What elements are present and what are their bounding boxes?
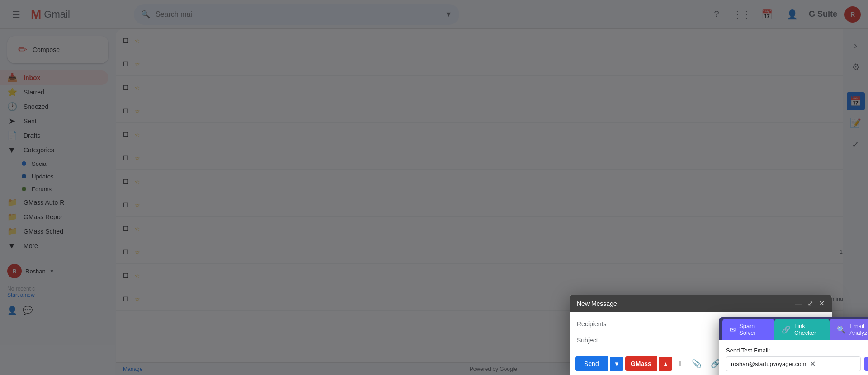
test-email-clear-icon[interactable]: ✕ [810, 360, 816, 368]
test-email-input-wrap[interactable]: roshan@startupvoyager.com ✕ [726, 356, 861, 371]
subject-label: Subject [577, 337, 604, 344]
tab-link-checker[interactable]: 🔗 Link Checker [774, 319, 830, 340]
tab-link-checker-label: Link Checker [794, 323, 822, 336]
gmass-tabs: ✉ Spam Solver 🔗 Link Checker 🔍 Email Ana… [719, 317, 868, 340]
email-analyzer-icon: 🔍 [837, 325, 846, 334]
send-button[interactable]: Send [575, 356, 608, 371]
compose-window: New Message — ⤢ ✕ Recipients Subject ✉ S… [570, 295, 832, 375]
compose-header: New Message — ⤢ ✕ [570, 295, 832, 312]
compose-minimize-button[interactable]: — [795, 300, 802, 308]
send-test-email-button[interactable]: Send Test Email [864, 357, 868, 371]
gmass-button[interactable]: GMass [625, 356, 657, 371]
recipients-label: Recipients [577, 320, 606, 328]
compose-close-button[interactable]: ✕ [819, 299, 825, 308]
spam-solver-icon: ✉ [730, 325, 736, 334]
tab-spam-solver[interactable]: ✉ Spam Solver [722, 319, 774, 340]
tab-email-analyzer[interactable]: 🔍 Email Analyzer [830, 319, 868, 340]
attach-file-icon[interactable]: 📎 [688, 356, 705, 371]
gmass-dropdown-button[interactable]: ▲ [659, 357, 672, 371]
test-email-value: roshan@startupvoyager.com [731, 361, 806, 367]
tab-spam-solver-label: Spam Solver [739, 323, 767, 336]
gmass-content: Send Test Email: roshan@startupvoyager.c… [719, 340, 868, 375]
send-dropdown-button[interactable]: ▼ [610, 357, 623, 371]
gmail-background: ☰ M Gmail 🔍 ▼ ? ⋮⋮ 📅 👤 G Suite R ✏ Compo… [0, 0, 868, 375]
compose-maximize-button[interactable]: ⤢ [807, 299, 813, 308]
link-checker-icon: 🔗 [782, 325, 791, 334]
gmass-popup: ✉ Spam Solver 🔗 Link Checker 🔍 Email Ana… [719, 317, 868, 375]
test-email-row: roshan@startupvoyager.com ✕ Send Test Em… [726, 356, 868, 371]
compose-title: New Message [577, 300, 795, 307]
compose-header-actions: — ⤢ ✕ [795, 299, 825, 308]
send-test-label: Send Test Email: [726, 347, 868, 354]
tab-email-analyzer-label: Email Analyzer [849, 323, 868, 336]
format-text-icon[interactable]: T [674, 356, 686, 371]
